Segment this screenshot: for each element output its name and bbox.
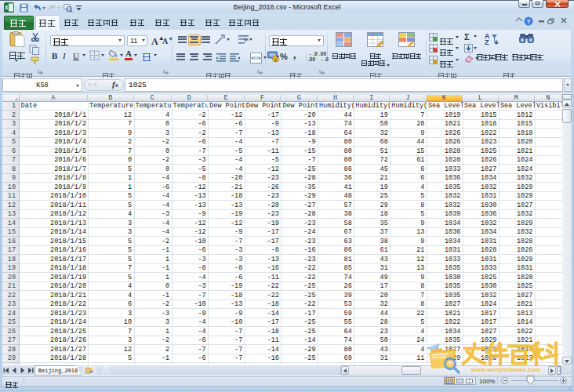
svg-text:Z: Z — [485, 38, 489, 45]
svg-text:?: ? — [527, 18, 531, 25]
svg-text:www.wenjianbaike.com: www.wenjianbaike.com — [470, 366, 540, 373]
